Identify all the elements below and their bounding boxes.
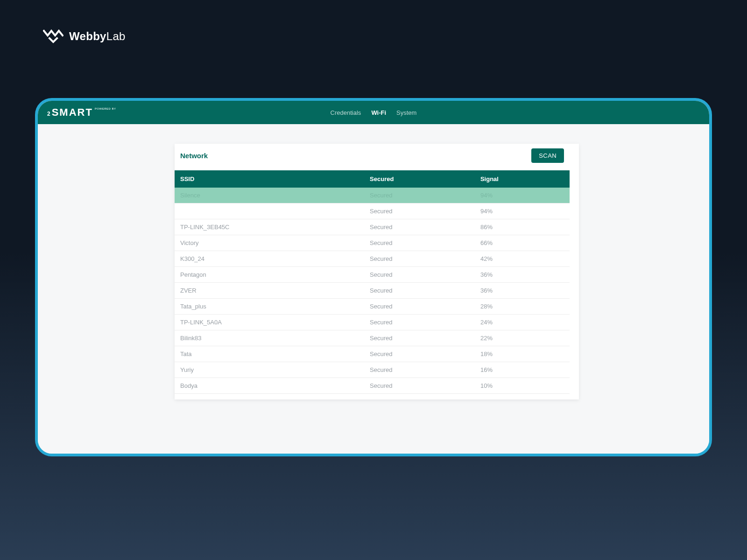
cell-signal: 36% xyxy=(475,267,570,283)
cell-signal: 16% xyxy=(475,362,570,378)
cell-secured: Secured xyxy=(364,362,475,378)
cell-ssid: Tata_plus xyxy=(175,299,364,315)
cell-signal: 28% xyxy=(475,299,570,315)
tab-system[interactable]: System xyxy=(396,109,416,116)
cell-secured: Secured xyxy=(364,330,475,346)
table-row[interactable]: ZVERSecured36% xyxy=(175,283,570,299)
content-area: Network SCAN SSID Secured Signal Silence… xyxy=(38,124,709,454)
webbylab-icon xyxy=(43,28,63,45)
col-ssid[interactable]: SSID xyxy=(175,170,364,188)
table-row[interactable]: TataSecured18% xyxy=(175,346,570,362)
cell-secured: Secured xyxy=(364,315,475,330)
app-logo: 2SMART POWERED BY xyxy=(47,107,116,118)
cell-secured: Secured xyxy=(364,188,475,203)
cell-signal: 36% xyxy=(475,283,570,299)
cell-ssid: TP-LINK_3EB45C xyxy=(175,219,364,235)
cell-secured: Secured xyxy=(364,394,475,400)
table-row[interactable]: Tata_plusSecured28% xyxy=(175,299,570,315)
cell-ssid: K300_24 xyxy=(175,251,364,267)
cell-ssid: Pentagon xyxy=(175,267,364,283)
scan-button[interactable]: SCAN xyxy=(531,148,564,163)
col-signal[interactable]: Signal xyxy=(475,170,570,188)
cell-signal: 42% xyxy=(475,251,570,267)
cell-signal: 24% xyxy=(475,315,570,330)
cell-signal: 94% xyxy=(475,188,570,203)
cell-secured: Secured xyxy=(364,219,475,235)
cell-secured: Secured xyxy=(364,346,475,362)
brand-name: WebbyLab xyxy=(69,30,126,43)
cell-signal: 94% xyxy=(475,203,570,219)
table-row[interactable]: Bilink83Secured22% xyxy=(175,330,570,346)
network-card: Network SCAN SSID Secured Signal Silence… xyxy=(175,144,570,399)
cell-ssid: Victory xyxy=(175,235,364,251)
table-row[interactable]: TP-Link_AE2ASecured10% xyxy=(175,394,570,400)
tab-wi-fi[interactable]: Wi-Fi xyxy=(371,109,386,116)
cell-signal: 18% xyxy=(475,346,570,362)
scroll-area[interactable]: Network SCAN SSID Secured Signal Silence… xyxy=(175,144,579,399)
app-bar: 2SMART POWERED BY CredentialsWi-FiSystem xyxy=(38,101,709,124)
table-row[interactable]: VictorySecured66% xyxy=(175,235,570,251)
cell-signal: 86% xyxy=(475,219,570,235)
cell-secured: Secured xyxy=(364,299,475,315)
brand-logo: WebbyLab xyxy=(43,28,126,45)
cell-ssid: Silence xyxy=(175,188,364,203)
cell-ssid: Bodya xyxy=(175,378,364,394)
table-row[interactable]: TP-LINK_5A0ASecured24% xyxy=(175,315,570,330)
table-row[interactable]: BodyaSecured10% xyxy=(175,378,570,394)
network-table: SSID Secured Signal SilenceSecured94%Sec… xyxy=(175,170,570,399)
table-row[interactable]: TP-LINK_3EB45CSecured86% xyxy=(175,219,570,235)
col-secured[interactable]: Secured xyxy=(364,170,475,188)
cell-ssid: Bilink83 xyxy=(175,330,364,346)
cell-secured: Secured xyxy=(364,235,475,251)
app-window: 2SMART POWERED BY CredentialsWi-FiSystem… xyxy=(35,98,712,456)
card-title: Network xyxy=(180,152,208,160)
tab-credentials[interactable]: Credentials xyxy=(331,109,361,116)
cell-signal: 66% xyxy=(475,235,570,251)
cell-secured: Secured xyxy=(364,378,475,394)
table-row[interactable]: Secured94% xyxy=(175,203,570,219)
cell-signal: 10% xyxy=(475,394,570,400)
cell-signal: 10% xyxy=(475,378,570,394)
cell-ssid xyxy=(175,203,364,219)
cell-ssid: ZVER xyxy=(175,283,364,299)
cell-secured: Secured xyxy=(364,203,475,219)
cell-signal: 22% xyxy=(475,330,570,346)
table-row[interactable]: YuriySecured16% xyxy=(175,362,570,378)
table-row[interactable]: PentagonSecured36% xyxy=(175,267,570,283)
cell-secured: Secured xyxy=(364,267,475,283)
cell-secured: Secured xyxy=(364,251,475,267)
table-row[interactable]: K300_24Secured42% xyxy=(175,251,570,267)
cell-ssid: TP-Link_AE2A xyxy=(175,394,364,400)
nav-tabs: CredentialsWi-FiSystem xyxy=(331,109,417,116)
cell-ssid: TP-LINK_5A0A xyxy=(175,315,364,330)
cell-secured: Secured xyxy=(364,283,475,299)
cell-ssid: Tata xyxy=(175,346,364,362)
table-row[interactable]: SilenceSecured94% xyxy=(175,188,570,203)
cell-ssid: Yuriy xyxy=(175,362,364,378)
